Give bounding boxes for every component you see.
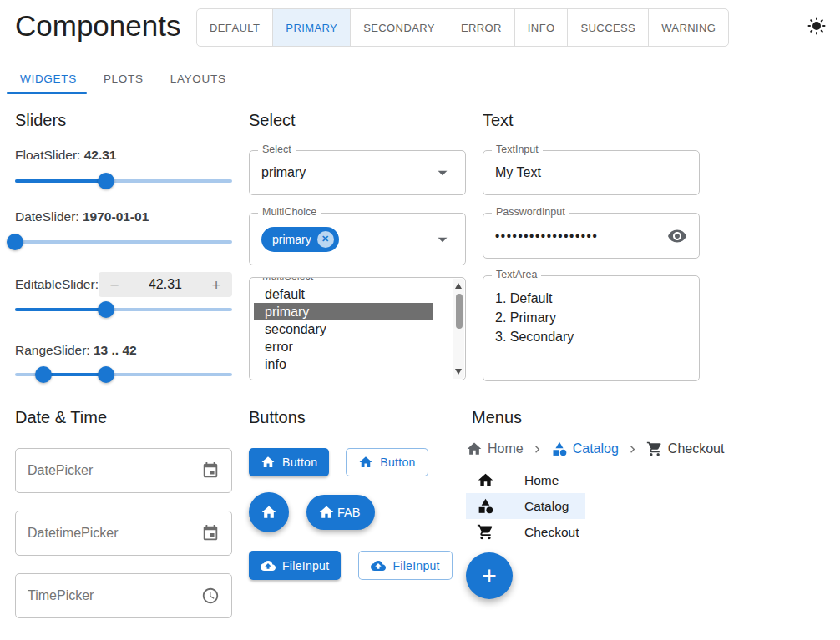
tab-widgets[interactable]: WIDGETS [7,65,90,92]
tab-plots[interactable]: PLOTS [90,65,157,92]
slider-thumb-start[interactable] [35,366,52,383]
option-secondary[interactable]: secondary [254,320,433,338]
variant-button-success[interactable]: SUCCESS [568,9,649,46]
scroll-up-icon[interactable] [455,283,462,289]
home-icon [466,441,483,457]
multiselect-listbox[interactable]: MultiSelect default primary secondary er… [249,277,466,380]
editable-slider-value[interactable]: 42.31 [122,277,209,292]
buttons-section: Buttons Button Button FAB FileInput [249,408,466,580]
editable-slider[interactable] [15,301,232,318]
text-input[interactable]: TextInput My Text [483,150,700,195]
buttons-heading: Buttons [249,408,466,426]
scrollbar[interactable] [453,279,464,379]
breadcrumb-catalog[interactable]: Catalog [551,441,619,457]
option-primary[interactable]: primary [254,303,433,320]
breadcrumb-home[interactable]: Home [466,441,524,457]
chevron-down-icon[interactable] [432,162,453,184]
text-input-label: TextInput [492,144,543,155]
text-heading: Text [483,111,700,129]
range-slider-value: 13 .. 42 [94,343,137,357]
password-input-label: PasswordInput [492,206,569,218]
tab-layouts[interactable]: LAYOUTS [157,65,240,92]
clock-icon[interactable] [201,587,220,605]
time-picker-input[interactable]: TimePicker [15,573,232,618]
active-tab-indicator [7,92,87,94]
file-input-outlined-button[interactable]: FileInput [358,551,452,580]
editable-slider-spinner: − 42.31 + [99,272,232,297]
slider-thumb[interactable] [98,173,114,189]
slider-thumb[interactable] [98,301,114,318]
slider-thumb[interactable] [7,234,23,250]
variant-button-primary[interactable]: PRIMARY [273,9,351,46]
chip-primary[interactable]: primary ✕ [261,227,339,252]
breadcrumb-checkout[interactable]: Checkout [646,441,725,457]
scroll-down-icon[interactable] [455,369,462,375]
date-slider[interactable] [15,234,232,250]
multichoice-field-label: MultiChoice [258,206,321,218]
text-area-label: TextArea [492,269,541,280]
column-sliders: Sliders FloatSlider: 42.31 DateSlider: 1… [15,111,232,383]
text-input-value: My Text [495,165,687,180]
variant-button-default[interactable]: DEFAULT [197,9,273,46]
select-heading: Select [249,111,466,129]
increment-button[interactable]: + [209,277,224,293]
date-slider-value: 1970-01-01 [83,209,149,224]
upload-icon [261,558,276,573]
range-slider[interactable] [15,366,232,383]
theme-toggle-button[interactable] [802,13,832,38]
visibility-icon[interactable] [667,226,687,246]
float-slider[interactable] [15,173,232,189]
cart-icon [646,441,663,457]
chevron-right-icon [530,442,544,456]
editable-slider-header: EditableSlider: − 42.31 + [15,272,232,297]
home-icon [318,504,335,521]
outlined-button[interactable]: Button [346,448,428,476]
plus-icon: + [482,562,497,590]
multichoice-field[interactable]: MultiChoice primary ✕ [249,213,466,265]
category-icon [551,441,568,457]
slider-track[interactable] [15,240,232,244]
date-picker-input[interactable]: DatePicker [15,448,232,493]
scrollbar-thumb[interactable] [456,294,463,329]
home-icon [261,504,277,521]
file-input-contained-button[interactable]: FileInput [249,551,341,580]
variant-button-error[interactable]: ERROR [448,9,515,46]
password-input[interactable]: PasswordInput •••••••••••••••••• [483,213,700,259]
option-error[interactable]: error [254,338,433,355]
color-variant-button-group: DEFAULT PRIMARY SECONDARY ERROR INFO SUC… [196,8,729,47]
chip-delete-icon[interactable]: ✕ [317,231,334,248]
light-mode-icon [807,16,827,36]
variant-button-info[interactable]: INFO [515,9,569,46]
extended-fab-button[interactable]: FAB [306,495,375,530]
menus-heading: Menus [472,408,716,426]
slider-thumb-end[interactable] [98,366,114,383]
option-default[interactable]: default [254,285,433,303]
float-slider-value: 42.31 [84,148,117,162]
fab-button[interactable] [249,492,289,532]
calendar-icon[interactable] [201,524,220,542]
chip-label: primary [272,233,311,246]
range-slider-label: RangeSlider: 13 .. 42 [15,340,232,360]
add-fab-button[interactable]: + [466,552,513,599]
date-time-heading: Date & Time [15,408,232,426]
contained-button[interactable]: Button [249,448,329,476]
datetime-picker-input[interactable]: DatetimePicker [15,511,232,556]
menu-item-checkout[interactable]: Checkout [466,519,585,545]
option-info[interactable]: info [254,355,433,373]
upload-icon [371,558,386,573]
date-slider-label: DateSlider: 1970-01-01 [15,207,232,227]
menu-item-home[interactable]: Home [466,467,585,493]
cart-icon [477,523,494,541]
page-title: Components [15,9,180,43]
password-input-value: •••••••••••••••••• [495,229,667,243]
decrement-button[interactable]: − [107,277,122,293]
menu-item-catalog[interactable]: Catalog [466,493,585,519]
text-area[interactable]: TextArea 1. Default 2. Primary 3. Second… [483,275,700,381]
chevron-down-icon[interactable] [432,229,453,250]
variant-button-warning[interactable]: WARNING [649,9,728,46]
column-text: Text TextInput My Text PasswordInput •••… [483,111,700,381]
select-dropdown[interactable]: Select primary [249,150,466,195]
calendar-icon[interactable] [201,461,220,480]
datetime-picker-placeholder: DatetimePicker [28,526,201,541]
variant-button-secondary[interactable]: SECONDARY [351,9,448,46]
